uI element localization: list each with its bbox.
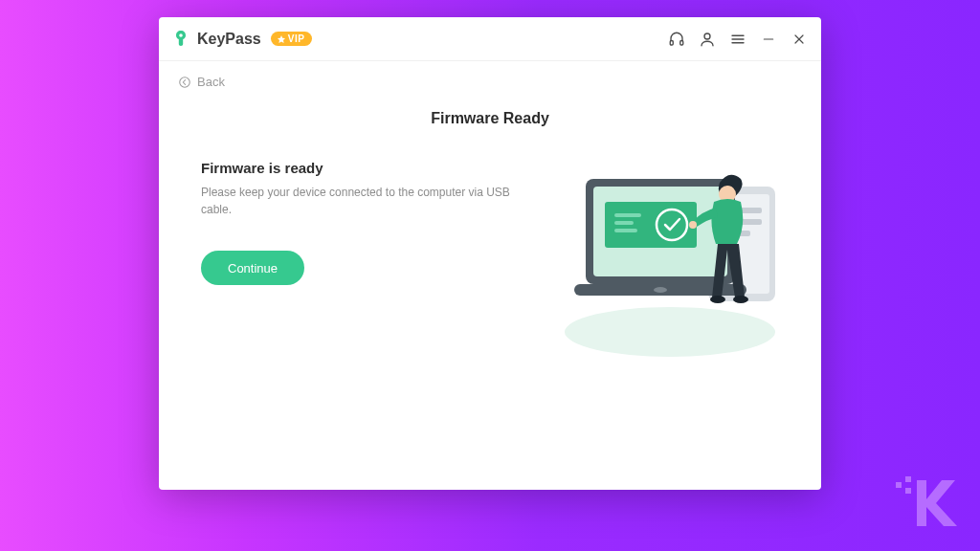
status-description: Please keep your device connected to the… [201,184,534,218]
svg-rect-31 [905,476,911,482]
svg-point-11 [565,307,775,357]
svg-rect-22 [614,213,641,217]
vip-badge: VIP [271,32,313,46]
svg-point-28 [710,296,725,303]
svg-rect-23 [614,221,634,225]
status-heading: Firmware is ready [201,160,534,176]
menu-icon[interactable] [729,31,746,48]
svg-point-20 [654,287,667,293]
svg-point-29 [733,296,748,303]
app-window: KeyPass VIP [159,17,821,490]
continue-button[interactable]: Continue [201,251,304,285]
headset-icon[interactable] [668,31,685,48]
svg-rect-30 [896,482,902,488]
account-icon[interactable] [699,31,716,48]
svg-rect-24 [614,229,637,232]
minimize-icon[interactable] [760,31,777,48]
svg-marker-0 [278,35,285,43]
svg-rect-1 [670,40,673,45]
back-label: Back [197,75,225,89]
back-button[interactable]: Back [178,75,225,89]
vip-label: VIP [288,33,305,44]
titlebar: KeyPass VIP [159,17,821,61]
close-icon[interactable] [791,31,808,48]
svg-point-27 [689,221,697,229]
svg-point-3 [704,33,710,39]
svg-rect-2 [680,40,683,45]
app-logo-icon [172,29,189,50]
watermark-logo [894,474,961,536]
app-name: KeyPass [197,31,261,48]
window-controls [668,31,808,48]
svg-rect-32 [905,488,911,494]
page-title: Firmware Ready [159,110,821,127]
illustration [546,160,794,361]
svg-point-10 [180,77,190,87]
